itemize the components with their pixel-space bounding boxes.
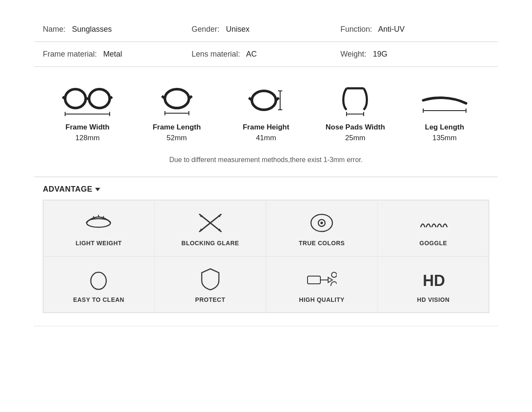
function-item: Function: Anti-UV xyxy=(341,25,489,34)
lens-material-label: Lens material: xyxy=(191,50,240,58)
svg-point-39 xyxy=(320,222,323,224)
leg-length-label: Leg Length xyxy=(425,123,464,132)
svg-marker-43 xyxy=(328,277,332,283)
svg-line-4 xyxy=(110,97,112,99)
frame-width-value: 128mm xyxy=(75,134,100,142)
high-quality-icon xyxy=(307,269,337,290)
measure-frame-width: Frame Width 128mm xyxy=(43,80,132,142)
lens-material-value: AC xyxy=(246,50,257,58)
advantage-goggle: GOGGLE xyxy=(378,200,489,256)
svg-point-0 xyxy=(65,89,86,108)
name-item: Name: Sunglasses xyxy=(43,25,191,34)
info-row-1: Name: Sunglasses Gender: Unisex Function… xyxy=(34,17,498,42)
true-colors-icon xyxy=(310,212,334,234)
nose-pads-value: 25mm xyxy=(345,134,365,142)
svg-point-14 xyxy=(252,91,276,110)
gender-item: Gender: Unisex xyxy=(191,25,340,34)
error-note: Due to different measurement methods,the… xyxy=(43,148,489,172)
frame-width-label: Frame Width xyxy=(66,123,110,132)
hd-vision-icon: HD xyxy=(421,269,446,290)
advantage-true-colors: TRUE COLORS xyxy=(266,200,377,256)
svg-point-8 xyxy=(165,89,189,108)
frame-length-icon xyxy=(158,80,196,118)
gender-label: Gender: xyxy=(191,25,219,33)
frame-length-value: 52mm xyxy=(167,134,187,142)
measure-leg-length: Leg Length 135mm xyxy=(400,80,489,142)
weight-item: Weight: 19G xyxy=(341,50,489,59)
info-row-2: Frame material: Metal Lens material: AC … xyxy=(34,42,498,66)
name-label: Name: xyxy=(43,25,66,33)
frame-height-icon xyxy=(247,80,285,118)
leg-length-value: 135mm xyxy=(432,134,457,142)
leg-length-icon xyxy=(421,80,468,118)
svg-text:HD: HD xyxy=(423,272,445,289)
svg-rect-41 xyxy=(308,276,320,284)
goggle-icon xyxy=(418,212,448,234)
blocking-glare-icon xyxy=(197,212,223,234)
blocking-glare-label: BLOCKING GLARE xyxy=(182,240,239,247)
measure-frame-length: Frame Length 52mm xyxy=(132,80,221,142)
svg-line-3 xyxy=(63,97,65,99)
high-quality-label: HIGH QUALITY xyxy=(299,296,344,303)
advantage-easy-clean: EASY TO CLEAN xyxy=(43,257,154,313)
frame-width-icon xyxy=(62,80,113,118)
weight-label: Weight: xyxy=(341,50,367,58)
advantage-protect: PROTECT xyxy=(155,257,266,313)
advantage-hd-vision: HD HD VISION xyxy=(378,257,489,313)
frame-material-value: Metal xyxy=(103,50,122,58)
svg-point-40 xyxy=(91,272,106,289)
easy-clean-label: EASY TO CLEAN xyxy=(73,296,125,303)
advantage-blocking-glare: BLOCKING GLARE xyxy=(155,200,266,256)
bottom-divider xyxy=(34,326,498,326)
name-value: Sunglasses xyxy=(72,25,112,33)
weight-value: 19G xyxy=(373,50,387,58)
svg-point-1 xyxy=(89,89,110,108)
function-label: Function: xyxy=(341,25,372,33)
svg-point-44 xyxy=(332,272,337,277)
page: Name: Sunglasses Gender: Unisex Function… xyxy=(0,0,532,343)
gender-value: Unisex xyxy=(226,25,249,33)
easy-clean-icon xyxy=(88,269,109,290)
advantage-title: ADVANTAGE xyxy=(43,185,93,194)
frame-material-label: Frame material: xyxy=(43,50,97,58)
measure-frame-height: Frame Height 41mm xyxy=(221,80,311,142)
goggle-label: GOGGLE xyxy=(419,240,447,247)
nose-pads-icon xyxy=(338,80,372,118)
measurements-section: Frame Width 128mm xyxy=(34,67,498,177)
light-weight-icon xyxy=(86,212,111,234)
protect-label: PROTECT xyxy=(195,296,225,303)
frame-length-label: Frame Length xyxy=(152,123,200,132)
advantage-header: ADVANTAGE xyxy=(34,177,498,200)
lens-material-item: Lens material: AC xyxy=(191,50,340,59)
measurements-icons: Frame Width 128mm xyxy=(43,80,489,142)
advantage-light-weight: LIGHT WEIGHT xyxy=(43,200,154,256)
arrow-down-icon xyxy=(95,188,100,191)
advantage-high-quality: HIGH QUALITY xyxy=(266,257,377,313)
advantage-grid: LIGHT WEIGHT BLOCKING GLARE xyxy=(43,200,489,313)
hd-vision-label: HD VISION xyxy=(417,296,450,303)
frame-height-label: Frame Height xyxy=(243,123,290,132)
measure-nose-pads: Nose Pads Width 25mm xyxy=(311,80,400,142)
frame-material-item: Frame material: Metal xyxy=(43,50,191,59)
true-colors-label: TRUE COLORS xyxy=(299,240,344,247)
frame-height-value: 41mm xyxy=(256,134,276,142)
protect-icon xyxy=(200,269,221,290)
function-value: Anti-UV xyxy=(378,25,405,33)
nose-pads-label: Nose Pads Width xyxy=(326,123,385,132)
light-weight-label: LIGHT WEIGHT xyxy=(75,240,122,247)
